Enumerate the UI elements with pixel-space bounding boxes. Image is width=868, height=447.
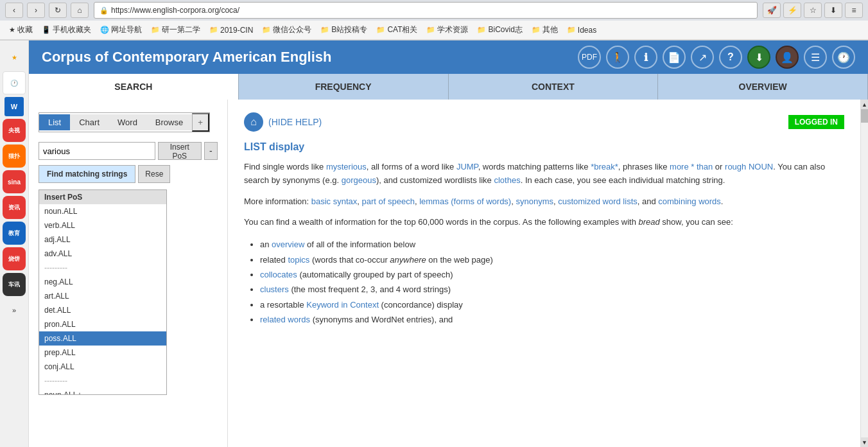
tab-word[interactable]: Word — [108, 114, 146, 130]
user-icon-button[interactable]: 👤 — [776, 46, 799, 69]
dropdown-item-verb-all[interactable]: verb.ALL — [39, 218, 166, 232]
sidebar-info-icon[interactable]: 资讯 — [3, 196, 26, 219]
menu-button[interactable]: ≡ — [845, 3, 863, 18]
sidebar-car-icon[interactable]: 车讯 — [3, 273, 26, 296]
translate-button[interactable]: 🚀 — [763, 3, 781, 18]
bookmark-star-button[interactable]: ☆ — [804, 3, 822, 18]
tab-frequency[interactable]: FREQUENCY — [239, 74, 449, 100]
bookmark-favorites[interactable]: ★ 收藏 — [5, 22, 37, 37]
scroll-thumb[interactable] — [861, 110, 868, 123]
share-icon-button[interactable]: ↗ — [691, 46, 714, 69]
link-overview[interactable]: overview — [272, 240, 304, 249]
tab-list[interactable]: List — [39, 114, 70, 130]
link-clusters[interactable]: clusters — [260, 285, 289, 294]
scroll-track — [861, 110, 868, 437]
tab-context[interactable]: CONTEXT — [449, 74, 659, 100]
dropdown-item-art-all[interactable]: art.ALL — [39, 289, 166, 303]
sidebar-sina-icon[interactable]: sina — [3, 170, 26, 193]
reset-button[interactable]: Rese — [138, 165, 170, 183]
bookmark-2019cin[interactable]: 📁 2019-CIN — [205, 24, 257, 37]
bookmark-other[interactable]: 📁 其他 — [528, 22, 562, 37]
tab-search[interactable]: SEARCH — [29, 74, 239, 100]
tab-browse[interactable]: Browse — [146, 114, 192, 130]
link-kwic[interactable]: Keyword in Context — [306, 300, 379, 310]
person-icon-button[interactable]: 🚶 — [606, 46, 629, 69]
dropdown-item-conj-all[interactable]: conj.ALL — [39, 360, 166, 374]
link-basic-syntax[interactable]: basic syntax — [311, 197, 358, 206]
sidebar-clock-icon[interactable]: 🕐 — [3, 71, 26, 94]
dropdown-item-poss-all[interactable]: poss.ALL — [39, 331, 166, 346]
link-rough-noun[interactable]: rough NOUN — [725, 162, 773, 171]
minus-button[interactable]: - — [204, 142, 218, 160]
help-home-link[interactable]: ⌂ (HIDE HELP) — [244, 112, 322, 132]
bookmark-academic[interactable]: 📁 学术资源 — [422, 22, 472, 37]
bookmark-bicovid[interactable]: 📁 BiCovid志 — [473, 22, 526, 37]
link-combining[interactable]: combining words — [658, 197, 721, 206]
extension-button[interactable]: ⚡ — [783, 3, 801, 18]
bookmark-wechat[interactable]: 📁 微信公众号 — [258, 22, 315, 37]
scroll-up-arrow[interactable]: ▲ — [861, 100, 868, 110]
tab-add[interactable]: + — [192, 113, 209, 132]
bookmark-bilibili[interactable]: 📁 B站投稿专 — [317, 22, 371, 37]
link-lemmas[interactable]: lemmas (forms of words) — [419, 197, 511, 206]
scroll-down-arrow[interactable]: ▼ — [861, 437, 868, 447]
bookmark-study[interactable]: 📁 研一第二学 — [147, 22, 204, 37]
link-clothes[interactable]: clothes — [494, 175, 520, 185]
dropdown-item-adj-all[interactable]: adj.ALL — [39, 232, 166, 247]
link-related-words[interactable]: related words — [260, 315, 310, 324]
link-topics[interactable]: topics — [288, 255, 309, 265]
content-area: List Chart Word Browse + Insert PoS - Fi… — [29, 100, 868, 447]
bookmark-nav[interactable]: 🌐 网址导航 — [96, 22, 146, 37]
hide-help-label[interactable]: (HIDE HELP) — [268, 117, 322, 127]
sidebar-more-icon[interactable]: » — [3, 299, 26, 322]
tab-chart[interactable]: Chart — [70, 114, 108, 130]
header-icons: PDF 🚶 ℹ 📄 ↗ ? ⬇ 👤 ☰ 🕐 — [578, 46, 855, 69]
bookmark-mobile[interactable]: 📱 手机收藏夹 — [38, 22, 95, 37]
link-mysterious[interactable]: mysterious — [326, 162, 367, 171]
sidebar-star-icon[interactable]: ★ — [3, 46, 26, 69]
sidebar-cooking-icon[interactable]: 烧饼 — [3, 247, 26, 270]
help-icon-button[interactable]: ? — [719, 46, 742, 69]
insert-pos-button[interactable]: Insert PoS — [158, 142, 202, 160]
forward-button[interactable]: › — [27, 3, 45, 18]
sidebar-cctv-icon[interactable]: 央视 — [3, 119, 26, 142]
link-gorgeous[interactable]: gorgeous — [342, 175, 376, 185]
sidebar-edu-icon[interactable]: 教育 — [3, 222, 26, 245]
dropdown-item-pron-all[interactable]: pron.ALL — [39, 317, 166, 331]
sidebar-word-icon[interactable]: W — [4, 97, 24, 116]
dropdown-item-adv-all[interactable]: adv.ALL — [39, 247, 166, 261]
pdf-icon-button[interactable]: PDF — [578, 46, 601, 69]
link-more-than[interactable]: more * than — [670, 162, 713, 171]
sidebar-maopu-icon[interactable]: 猫扑 — [3, 145, 26, 168]
info-icon-button[interactable]: ℹ — [634, 46, 657, 69]
copy-icon-button[interactable]: 📄 — [663, 46, 686, 69]
dropdown-item-noun-all-plus[interactable]: noun.ALL+ — [39, 388, 166, 395]
search-input[interactable] — [39, 142, 155, 160]
bookmark-ideas[interactable]: 📁 Ideas — [563, 24, 600, 37]
link-collocates[interactable]: collocates — [260, 270, 297, 279]
pos-dropdown-list[interactable]: Insert PoS noun.ALL verb.ALL adj.ALL adv… — [39, 189, 167, 395]
refresh-button[interactable]: ↻ — [49, 3, 67, 18]
tab-overview[interactable]: OVERVIEW — [658, 74, 868, 100]
link-word-lists[interactable]: customized word lists — [558, 197, 638, 206]
link-break[interactable]: *break* — [591, 162, 618, 171]
download-btn[interactable]: ⬇ — [824, 3, 842, 18]
history-icon-button[interactable]: 🕐 — [832, 46, 855, 69]
back-button[interactable]: ‹ — [5, 3, 23, 18]
dropdown-item-noun-all[interactable]: noun.ALL — [39, 204, 166, 218]
bookmark-cat[interactable]: 📁 CAT相关 — [372, 22, 421, 37]
find-matching-button[interactable]: Find matching strings — [39, 165, 135, 183]
dropdown-item-neg-all[interactable]: neg.ALL — [39, 275, 166, 289]
page-content: Corpus of Contemporary American English … — [29, 40, 868, 447]
help-panel: ⌂ (HIDE HELP) LOGGED IN LIST display Fin… — [228, 100, 860, 447]
download-icon-button[interactable]: ⬇ — [747, 46, 770, 69]
link-jump[interactable]: JUMP — [456, 162, 478, 171]
list-icon-button[interactable]: ☰ — [804, 46, 827, 69]
other-icon: 📁 — [532, 26, 541, 34]
home-button[interactable]: ⌂ — [71, 3, 89, 18]
link-part-of-speech[interactable]: part of speech — [362, 197, 415, 206]
link-synonyms[interactable]: synonyms — [516, 197, 553, 206]
dropdown-item-prep-all[interactable]: prep.ALL — [39, 346, 166, 360]
dropdown-item-det-all[interactable]: det.ALL — [39, 303, 166, 317]
url-bar[interactable]: 🔒 https://www.english-corpora.org/coca/ — [94, 2, 758, 19]
